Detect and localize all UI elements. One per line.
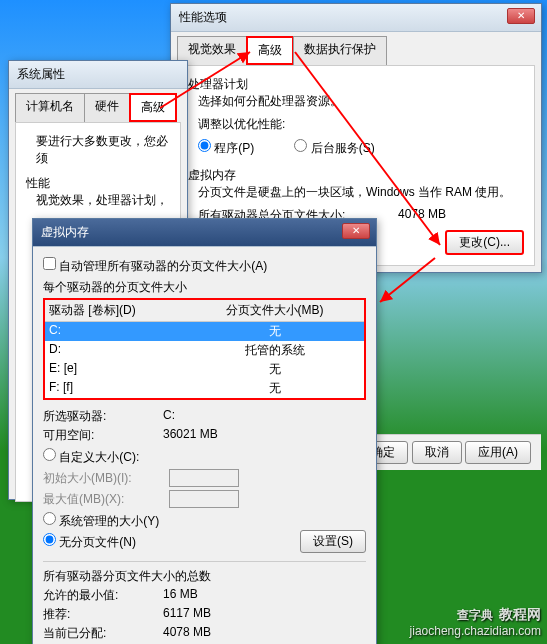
titlebar: 虚拟内存 ✕ [33,219,376,247]
perf-title: 性能 [26,175,170,192]
cancel-button[interactable]: 取消 [412,441,462,464]
cpu-adjust: 调整以优化性能: [198,116,524,133]
vm-total-value: 4078 MB [398,207,446,224]
titlebar: 系统属性 [9,61,187,89]
tab-computer[interactable]: 计算机名 [15,93,85,122]
sel-drive-label: 所选驱动器: [43,408,163,425]
free-space-val: 36021 MB [163,427,218,444]
drive-list-header: 驱动器 [卷标](D) 分页文件大小(MB) [45,300,364,322]
tab-dep[interactable]: 数据执行保护 [293,36,387,65]
window-title: 虚拟内存 [41,225,89,239]
totals-title: 所有驱动器分页文件大小的总数 [43,568,366,585]
cpu-title: 处理器计划 [188,76,524,93]
min-allow-label: 允许的最小值: [43,587,163,604]
set-button[interactable]: 设置(S) [300,530,366,553]
perdrive-label: 每个驱动器的分页文件大小 [43,279,366,296]
auto-manage-input[interactable] [43,257,56,270]
free-space-label: 可用空间: [43,427,163,444]
window-title: 系统属性 [17,67,65,81]
window-title: 性能选项 [179,10,227,24]
radio-nopage-input[interactable] [43,533,56,546]
current-val: 4078 MB [163,625,211,642]
titlebar: 性能选项 ✕ [171,4,541,32]
max-label: 最大值(MB)(X): [43,491,163,508]
close-icon[interactable]: ✕ [507,8,535,24]
content: 自动管理所有驱动器的分页文件大小(A) 每个驱动器的分页文件大小 驱动器 [卷标… [33,247,376,644]
change-button[interactable]: 更改(C)... [445,230,524,255]
radio-nopage[interactable]: 无分页文件(N) [43,533,136,551]
tab-hardware[interactable]: 硬件 [84,93,130,122]
current-label: 当前已分配: [43,625,163,642]
drive-row-c[interactable]: C:无 [45,322,364,341]
init-input [169,469,239,487]
radio-sysmanaged[interactable]: 系统管理的大小(Y) [43,514,159,528]
close-icon[interactable]: ✕ [342,223,370,239]
tabs: 视觉效果 高级 数据执行保护 [171,32,541,65]
drive-row-d[interactable]: D:托管的系统 [45,341,364,360]
min-allow-val: 16 MB [163,587,198,604]
watermark: 查字典 教程网 jiaocheng.chazidian.com [410,601,541,638]
recommend-label: 推荐: [43,606,163,623]
tab-advanced[interactable]: 高级 [246,36,294,65]
drive-row-e[interactable]: E: [e]无 [45,360,364,379]
virtual-memory-dialog: 虚拟内存 ✕ 自动管理所有驱动器的分页文件大小(A) 每个驱动器的分页文件大小 … [32,218,377,644]
col-size: 分页文件大小(MB) [189,302,360,319]
radio-sysmanaged-input[interactable] [43,512,56,525]
sel-drive-val: C: [163,408,175,425]
radio-bgservices[interactable]: 后台服务(S) [294,139,374,157]
radio-programs[interactable]: 程序(P) [198,139,254,157]
perf-desc: 视觉效果，处理器计划， [36,192,170,209]
tabs: 计算机名 硬件 高级 [9,89,187,122]
radio-custom-input[interactable] [43,448,56,461]
auto-manage-checkbox[interactable]: 自动管理所有驱动器的分页文件大小(A) [43,259,267,273]
radio-programs-input[interactable] [198,139,211,152]
radio-custom[interactable]: 自定义大小(C): [43,450,139,464]
note: 要进行大多数更改，您必须 [36,133,170,167]
init-label: 初始大小(MB)(I): [43,470,163,487]
drive-list[interactable]: 驱动器 [卷标](D) 分页文件大小(MB) C:无 D:托管的系统 E: [e… [43,298,366,400]
drive-row-f[interactable]: F: [f]无 [45,379,364,398]
cpu-desc: 选择如何分配处理器资源。 [198,93,524,110]
radio-bgservices-input[interactable] [294,139,307,152]
apply-button[interactable]: 应用(A) [465,441,531,464]
col-drive: 驱动器 [卷标](D) [49,302,189,319]
vm-title: 虚拟内存 [188,167,524,184]
max-input [169,490,239,508]
tab-advanced[interactable]: 高级 [129,93,177,122]
vm-desc: 分页文件是硬盘上的一块区域，Windows 当作 RAM 使用。 [198,184,524,201]
recommend-val: 6117 MB [163,606,211,623]
